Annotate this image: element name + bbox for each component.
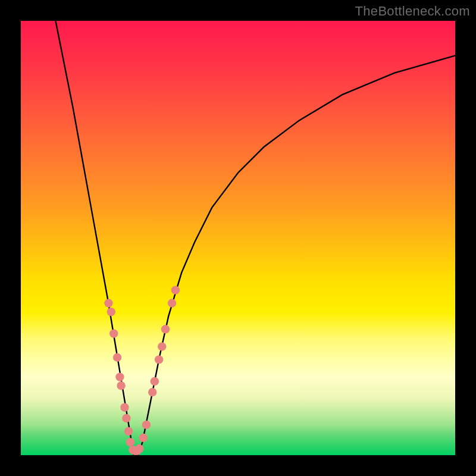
data-point [109, 329, 118, 337]
data-point [148, 388, 156, 396]
data-point [142, 421, 151, 429]
watermark-text: TheBottleneck.com [355, 4, 470, 19]
data-point [122, 414, 130, 422]
data-point [107, 308, 115, 316]
data-point [115, 372, 124, 381]
data-point [139, 434, 148, 442]
data-point [151, 377, 159, 386]
data-point [120, 403, 129, 412]
data-point [155, 355, 163, 364]
data-point [161, 325, 170, 333]
data-point [168, 299, 176, 307]
data-points [104, 286, 180, 455]
data-point [104, 299, 112, 307]
data-point [126, 438, 134, 446]
data-point [171, 286, 180, 294]
chart-overlay [21, 21, 455, 455]
data-point [113, 353, 121, 362]
chart-frame: TheBottleneck.com [0, 0, 476, 476]
data-point [117, 381, 125, 390]
data-point [158, 342, 166, 350]
bottleneck-curve [55, 21, 455, 455]
data-point [124, 427, 133, 436]
data-point [135, 444, 143, 453]
